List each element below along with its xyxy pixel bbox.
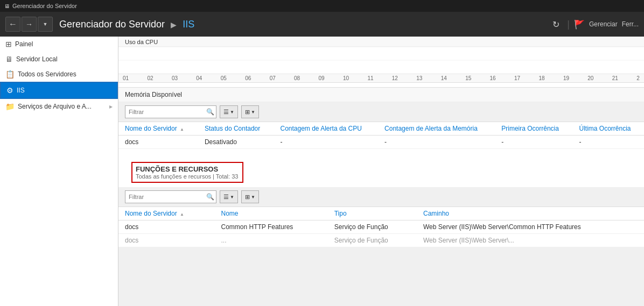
functions-table: Nome do Servidor ▲ Nome Tipo Caminho [118, 207, 644, 247]
iis-icon: ⚙ [6, 86, 13, 95]
sort-icon-2: ▲ [180, 212, 184, 217]
cell-primeira: - [495, 136, 572, 149]
col-caminho[interactable]: Caminho [417, 207, 644, 220]
more-link[interactable]: Ferr... [622, 20, 639, 28]
filter-wrap-2: 🔍 [125, 190, 216, 203]
functions-box: FUNÇÕES E RECURSOS Todas as funções e re… [131, 162, 243, 183]
functions-header-wrapper: FUNÇÕES E RECURSOS Todas as funções e re… [118, 158, 644, 183]
filter-input-1[interactable] [125, 105, 216, 118]
filter-wrap-1: 🔍 [125, 105, 216, 118]
table-row[interactable]: docs Desativado - - - - [118, 136, 644, 149]
sidebar-item-label: IIS [17, 87, 25, 94]
cell-caminho: Web Server (IIS)\Web Server\Common HTTP … [417, 220, 644, 234]
sidebar: ⊞ Painel 🖥 Servidor Local 📋 Todos os Ser… [0, 37, 118, 306]
breadcrumb-sep: ▶ [171, 20, 177, 29]
group-icon-1: ⊞ [245, 109, 250, 116]
toolbar-right: ↻ | 🚩 Gerenciar Ferr... [549, 17, 639, 31]
servidor-local-icon: 🖥 [5, 55, 13, 63]
cell-caminho-3: Web Server (IIS)\Web Server\... [417, 234, 644, 247]
cell-nome: docs [118, 136, 198, 149]
sidebar-item-todos-servidores[interactable]: 📋 Todos os Servidores [0, 67, 118, 82]
list-view-btn-1[interactable]: ☰ ▼ [220, 105, 238, 118]
manage-link[interactable]: Gerenciar [589, 20, 618, 28]
breadcrumb: Gerenciador do Servidor ▶ IIS [59, 19, 194, 30]
title-bar: 🖥 Gerenciador do Servidor [0, 0, 644, 12]
list-icon-1: ☰ [223, 109, 229, 116]
divider: | [567, 19, 570, 30]
cell-nome-2: docs [118, 220, 214, 234]
cpu-chart-area [118, 47, 644, 74]
sidebar-item-servidor-local[interactable]: 🖥 Servidor Local [0, 52, 118, 67]
flag-button[interactable]: 🚩 [574, 19, 585, 30]
functions-subtitle: Todas as funções e recursos | Total: 33 [136, 173, 238, 180]
list-icon-2: ☰ [223, 194, 229, 201]
dropdown-button[interactable]: ▼ [38, 17, 53, 32]
col-contagem-memoria[interactable]: Contagem de Alerta da Memória [378, 122, 495, 136]
alerts-table: Nome do Servidor ▲ Status do Contador Co… [118, 122, 644, 149]
nav-buttons: ← → ▼ [5, 17, 53, 32]
chevron-icon-3: ▼ [230, 195, 234, 200]
cell-status: Desativado [198, 136, 274, 149]
title-bar-text: Gerenciador do Servidor [12, 3, 77, 9]
sidebar-item-label: Serviços de Arquivo e A... [18, 103, 92, 110]
content-area: Uso da CPU 01 02 03 04 05 06 07 [118, 37, 644, 306]
filter-bar-2: 🔍 ☰ ▼ ⊞ ▼ [118, 187, 644, 207]
sidebar-item-servicos[interactable]: 📁 Serviços de Arquivo e A... [0, 99, 118, 114]
memory-section: Memória Disponível 🔍 ☰ ▼ ⊞ ▼ [118, 87, 644, 247]
table-row[interactable]: docs ... Serviço de Função Web Server (I… [118, 234, 644, 247]
breadcrumb-root[interactable]: Gerenciador do Servidor [59, 19, 165, 30]
col-nome-servidor-1[interactable]: Nome do Servidor ▲ [118, 122, 198, 136]
cell-tipo-3: Serviço de Função [328, 234, 417, 247]
sort-icon-1: ▲ [180, 127, 184, 132]
forward-button[interactable]: → [22, 17, 37, 32]
sidebar-item-label: Servidor Local [16, 55, 58, 63]
toolbar: ← → ▼ Gerenciador do Servidor ▶ IIS ↻ | … [0, 12, 644, 37]
app-icon: 🖥 [4, 3, 10, 9]
cell-ultima: - [573, 136, 645, 149]
back-button[interactable]: ← [5, 17, 20, 32]
servicos-icon: 📁 [5, 102, 15, 111]
refresh-button[interactable]: ↻ [549, 17, 563, 31]
sidebar-item-label: Painel [15, 40, 33, 48]
filter-input-2[interactable] [125, 190, 216, 203]
filter-search-icon-1: 🔍 [206, 108, 214, 116]
sidebar-item-iis[interactable]: ⚙ IIS [0, 82, 118, 99]
col-tipo[interactable]: Tipo [328, 207, 417, 220]
cpu-chart-section: Uso da CPU 01 02 03 04 05 06 07 [118, 37, 644, 83]
col-primeira-ocorrencia[interactable]: Primeira Ocorrência [495, 122, 572, 136]
cpu-chart-label: Uso da CPU [118, 37, 644, 47]
col-ultima-ocorrencia[interactable]: Última Ocorrência [573, 122, 645, 136]
chart-numbers: 01 02 03 04 05 06 07 08 09 10 11 12 13 1… [118, 74, 644, 82]
filter-bar-1: 🔍 ☰ ▼ ⊞ ▼ [118, 102, 644, 122]
cell-cpu: - [274, 136, 378, 149]
painel-icon: ⊞ [5, 40, 12, 48]
filter-search-icon-2: 🔍 [206, 193, 214, 201]
col-nome-servidor-2[interactable]: Nome do Servidor ▲ [118, 207, 214, 220]
col-nome-func[interactable]: Nome [214, 207, 327, 220]
breadcrumb-current: IIS [183, 19, 194, 30]
group-btn-1[interactable]: ⊞ ▼ [241, 105, 259, 118]
spacer [118, 149, 644, 158]
group-icon-2: ⊞ [245, 194, 250, 201]
content-inner: Uso da CPU 01 02 03 04 05 06 07 [118, 37, 644, 247]
chevron-icon-4: ▼ [251, 195, 255, 200]
cell-nome-3: docs [118, 234, 214, 247]
cell-nome-func-3: ... [214, 234, 327, 247]
col-contagem-cpu[interactable]: Contagem de Alerta da CPU [274, 122, 378, 136]
chevron-icon-2: ▼ [251, 110, 255, 115]
memory-label: Memória Disponível [118, 88, 644, 102]
todos-servidores-icon: 📋 [5, 70, 15, 79]
cell-memoria: - [378, 136, 495, 149]
group-btn-2[interactable]: ⊞ ▼ [241, 190, 259, 203]
chevron-icon-1: ▼ [230, 110, 234, 115]
table-row[interactable]: docs Common HTTP Features Serviço de Fun… [118, 220, 644, 234]
functions-title: FUNÇÕES E RECURSOS [136, 165, 238, 173]
cell-nome-func: Common HTTP Features [214, 220, 327, 234]
list-view-btn-2[interactable]: ☰ ▼ [220, 190, 238, 203]
sidebar-item-painel[interactable]: ⊞ Painel [0, 37, 118, 52]
col-status-contador[interactable]: Status do Contador [198, 122, 274, 136]
main-layout: ⊞ Painel 🖥 Servidor Local 📋 Todos os Ser… [0, 37, 644, 306]
cell-tipo: Serviço de Função [328, 220, 417, 234]
sidebar-item-label: Todos os Servidores [18, 70, 76, 78]
